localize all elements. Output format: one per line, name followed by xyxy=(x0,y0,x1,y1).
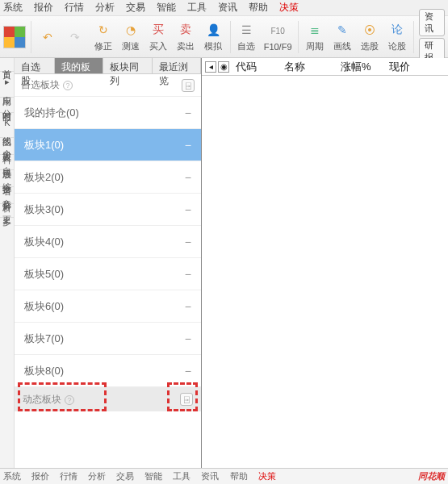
col-code[interactable]: 代码 xyxy=(232,60,281,74)
toolbar-speed-button[interactable]: ◔测速 xyxy=(119,19,142,56)
list-item[interactable]: 板块8(0)− xyxy=(15,355,201,387)
toolbar-separator xyxy=(413,21,414,53)
vtab-more[interactable]: 更多 xyxy=(0,204,15,218)
collapse-icon[interactable]: − xyxy=(185,203,191,216)
toolbar-buy-button[interactable]: 买买入 xyxy=(147,19,170,56)
menu-strategy[interactable]: 决策 xyxy=(279,1,299,15)
menu-smart[interactable]: 智能 xyxy=(157,1,176,15)
collapse-icon[interactable]: − xyxy=(185,268,191,281)
menu-help[interactable]: 帮助 xyxy=(249,1,268,15)
statusbar-left: 系统 报价 行情 分析 交易 智能 工具 资讯 帮助 决策 xyxy=(3,470,284,482)
nav-back-button[interactable]: ↶ xyxy=(36,19,59,56)
vtab-timechart[interactable]: 分时图 xyxy=(0,98,15,113)
panel-tabs: 自选股 我的板块 板块同列 最近浏览 xyxy=(15,58,201,74)
menu-system[interactable]: 系统 xyxy=(3,1,23,15)
toolbar-fav-button[interactable]: ☰自选 xyxy=(235,19,257,56)
toolbar-sell-button[interactable]: 卖卖出 xyxy=(174,19,197,56)
vtab-favorites[interactable]: 自选股 xyxy=(0,155,15,170)
add-sector-button[interactable]: ⍈ xyxy=(182,79,195,92)
toolbar-fix-button[interactable]: ↻修正 xyxy=(91,19,114,56)
collapse-icon[interactable]: − xyxy=(185,300,191,313)
target-icon[interactable]: ◉ xyxy=(218,61,229,73)
toolbar-sim-button[interactable]: 👤模拟 xyxy=(202,19,224,56)
tab-self[interactable]: 自选股 xyxy=(15,58,55,73)
list-item[interactable]: 板块6(0)− xyxy=(15,290,201,323)
buy-icon: 买 xyxy=(149,21,167,39)
menu-market[interactable]: 行情 xyxy=(65,1,84,15)
list-item[interactable]: 我的持仓(0)− xyxy=(15,97,201,129)
toolbar-draw-button[interactable]: ✎画线 xyxy=(331,19,354,56)
status-menu-item[interactable]: 工具 xyxy=(173,471,191,481)
toolbar-pick-button[interactable]: ⦿选股 xyxy=(358,19,381,56)
toolbar-separator xyxy=(31,21,31,53)
status-menu-item[interactable]: 报价 xyxy=(31,471,49,481)
logo-button[interactable] xyxy=(3,19,26,56)
toolbar-sim-label: 模拟 xyxy=(204,40,222,52)
nav-forward-button[interactable]: ↷ xyxy=(64,19,86,56)
toolbar-fix-label: 修正 xyxy=(94,40,112,52)
status-menu-item[interactable]: 资讯 xyxy=(201,471,219,481)
list-item-label: 板块3(0) xyxy=(24,202,64,217)
vtab-apps[interactable]: ▸应用 xyxy=(0,72,15,98)
collapse-icon[interactable]: − xyxy=(185,139,191,152)
fix-icon: ↻ xyxy=(94,21,112,39)
status-menu-item[interactable]: 系统 xyxy=(3,471,21,481)
vtab-stockinfo[interactable]: 个股资料 xyxy=(0,138,15,155)
list-item[interactable]: 板块2(0)− xyxy=(15,161,201,194)
panel-header-label: 自选板块? xyxy=(21,78,73,92)
panel-list: 我的持仓(0)− 板块1(0)− 板块2(0)− 板块3(0)− 板块4(0)−… xyxy=(15,97,201,468)
collapse-icon[interactable]: − xyxy=(185,106,191,119)
vtab-home[interactable]: 首页 xyxy=(0,58,15,72)
speed-icon: ◔ xyxy=(122,21,140,39)
menu-tools[interactable]: 工具 xyxy=(187,1,207,15)
list-item-label: 我的持仓(0) xyxy=(24,106,79,120)
dynamic-sector-row: 动态板块? ⍈ xyxy=(15,387,201,411)
col-change[interactable]: 涨幅% xyxy=(337,60,386,74)
forward-icon: ↷ xyxy=(66,28,84,46)
collapse-icon[interactable]: − xyxy=(185,332,191,345)
menu-trade[interactable]: 交易 xyxy=(126,1,145,15)
collapse-icon[interactable]: − xyxy=(185,171,191,184)
status-menu-item[interactable]: 交易 xyxy=(116,471,134,481)
menu-analysis[interactable]: 分析 xyxy=(95,1,115,15)
tab-recent[interactable]: 最近浏览 xyxy=(153,58,201,73)
vtab-ranking[interactable]: 综合排名 xyxy=(0,170,15,187)
status-menu-item[interactable]: 帮助 xyxy=(230,471,248,481)
tab-sector-cols[interactable]: 板块同列 xyxy=(103,58,152,73)
status-menu-item[interactable]: 智能 xyxy=(144,471,162,481)
vtab-auction[interactable]: 竞价分析 xyxy=(0,187,15,204)
collapse-icon[interactable]: − xyxy=(185,236,191,248)
toolbar-fav-label: 自选 xyxy=(237,40,255,52)
forum-icon: 论 xyxy=(388,21,406,39)
menu-quote[interactable]: 报价 xyxy=(34,1,53,15)
list-item[interactable]: 板块7(0)− xyxy=(15,323,201,355)
toolbar-news-button[interactable]: 资讯 xyxy=(419,9,445,36)
vtab-kline[interactable]: K线图 xyxy=(0,113,15,138)
status-menu-item[interactable]: 行情 xyxy=(60,471,77,481)
menubar: 系统 报价 行情 分析 交易 智能 工具 资讯 帮助 决策 xyxy=(0,0,448,16)
status-menu-item[interactable]: 分析 xyxy=(88,471,106,481)
toolbar-f10-button[interactable]: F10F10/F9 xyxy=(263,19,293,56)
list-item[interactable]: 板块1(0)− xyxy=(15,129,201,161)
list-item[interactable]: 板块5(0)− xyxy=(15,258,201,290)
pin-icon[interactable]: ◂ xyxy=(205,61,216,73)
status-menu-item[interactable]: 决策 xyxy=(258,471,276,481)
col-price[interactable]: 现价 xyxy=(386,60,426,74)
main-area: ◂ ◉ 代码 名称 涨幅% 现价 xyxy=(202,58,448,468)
col-name[interactable]: 名称 xyxy=(281,60,337,74)
list-item[interactable]: 板块3(0)− xyxy=(15,194,201,226)
fav-icon: ☰ xyxy=(237,21,255,39)
list-item-label: 板块1(0) xyxy=(24,138,64,152)
collapse-icon[interactable]: − xyxy=(185,365,191,378)
help-icon[interactable]: ? xyxy=(65,395,74,405)
list-item-label: 板块5(0) xyxy=(24,267,64,282)
panel: 自选股 我的板块 板块同列 最近浏览 自选板块? ⍈ 我的持仓(0)− 板块1(… xyxy=(15,58,202,468)
toolbar-forum-button[interactable]: 论论股 xyxy=(386,19,408,56)
tab-my-sector[interactable]: 我的板块 xyxy=(55,58,103,73)
menu-news[interactable]: 资讯 xyxy=(218,1,237,15)
add-dynamic-sector-button[interactable]: ⍈ xyxy=(180,393,193,406)
help-icon[interactable]: ? xyxy=(63,81,73,90)
brand-label: 同花顺 xyxy=(418,470,445,482)
list-item[interactable]: 板块4(0)− xyxy=(15,226,201,258)
toolbar-period-button[interactable]: ≣周期 xyxy=(303,19,325,56)
